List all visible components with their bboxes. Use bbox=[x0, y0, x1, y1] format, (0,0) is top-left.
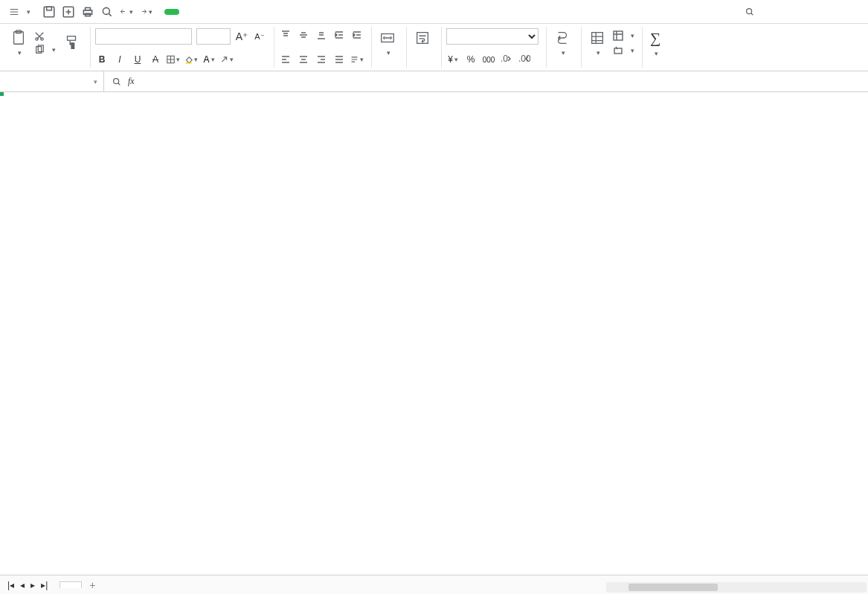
selection-rectangle bbox=[0, 92, 3, 95]
sheet-tab-bar: |◂ ◂ ▸ ▸| + bbox=[0, 575, 868, 594]
bold-icon[interactable]: B bbox=[95, 53, 109, 66]
border-icon[interactable] bbox=[167, 53, 180, 66]
quick-access-toolbar bbox=[42, 5, 152, 19]
merge-cells-button[interactable] bbox=[376, 28, 399, 58]
type-convert-button[interactable] bbox=[551, 28, 573, 58]
tab-developer[interactable] bbox=[279, 9, 294, 15]
search-fx-icon[interactable] bbox=[112, 77, 122, 87]
name-box-input[interactable] bbox=[22, 77, 82, 87]
svg-rect-16 bbox=[186, 62, 192, 64]
tab-review[interactable] bbox=[246, 9, 261, 15]
svg-text:.0: .0 bbox=[501, 54, 508, 64]
add-sheet-button[interactable]: + bbox=[89, 579, 95, 591]
group-clipboard bbox=[4, 27, 91, 68]
filter-button[interactable] bbox=[675, 28, 681, 31]
align-middle-icon[interactable] bbox=[297, 28, 310, 42]
ribbon: A⁺ A⁻ B I U A A bbox=[0, 24, 868, 71]
table-style-button[interactable] bbox=[613, 30, 634, 41]
tab-view[interactable] bbox=[263, 9, 277, 15]
comma-icon[interactable]: 000 bbox=[482, 53, 495, 66]
group-number: ¥ % 000 .0 .00 bbox=[443, 27, 547, 68]
group-styles bbox=[583, 27, 643, 68]
svg-rect-23 bbox=[614, 48, 622, 54]
format-painter-button[interactable] bbox=[60, 33, 83, 54]
print-icon[interactable] bbox=[81, 5, 94, 19]
svg-point-7 bbox=[747, 8, 752, 13]
increase-font-icon[interactable]: A⁺ bbox=[235, 30, 248, 43]
tab-member[interactable] bbox=[295, 9, 310, 15]
wrap-text-button[interactable] bbox=[411, 28, 434, 49]
cut-button[interactable] bbox=[34, 31, 56, 42]
svg-text:.00: .00 bbox=[518, 54, 530, 64]
sheet-next-icon[interactable]: ▸ bbox=[30, 580, 35, 590]
underline-icon[interactable]: U bbox=[131, 53, 144, 66]
font-size-combo[interactable] bbox=[196, 28, 231, 45]
sheet-prev-icon[interactable]: ◂ bbox=[20, 580, 25, 590]
undo-icon[interactable] bbox=[120, 5, 133, 19]
orientation-icon[interactable] bbox=[350, 53, 364, 66]
ribbon-tabs bbox=[164, 9, 310, 15]
formula-input[interactable] bbox=[141, 77, 861, 87]
name-box[interactable] bbox=[0, 71, 104, 91]
fx-icon[interactable]: fx bbox=[128, 76, 135, 87]
currency-icon[interactable]: ¥ bbox=[446, 53, 460, 66]
formula-bar: fx bbox=[0, 71, 868, 92]
svg-rect-14 bbox=[68, 36, 76, 41]
sigma-icon: ∑ bbox=[650, 30, 660, 47]
group-wrap bbox=[408, 27, 442, 68]
command-search[interactable] bbox=[745, 7, 864, 17]
font-name-combo[interactable] bbox=[95, 28, 192, 45]
paste-button[interactable] bbox=[7, 28, 30, 58]
group-alignment bbox=[276, 27, 372, 68]
tab-page-layout[interactable] bbox=[197, 9, 212, 15]
redo-icon[interactable] bbox=[139, 5, 152, 19]
sheet-tab-active[interactable] bbox=[60, 581, 82, 588]
decrease-decimal-icon[interactable]: .00 bbox=[518, 53, 531, 66]
align-top-icon[interactable] bbox=[279, 28, 292, 42]
command-search-input[interactable] bbox=[759, 7, 864, 17]
search-icon bbox=[745, 7, 755, 17]
align-bottom-icon[interactable] bbox=[315, 28, 328, 42]
conditional-format-button[interactable] bbox=[586, 28, 608, 58]
copy-button[interactable] bbox=[34, 45, 56, 55]
decrease-indent-icon[interactable] bbox=[332, 28, 346, 42]
strikethrough-icon[interactable]: A bbox=[149, 53, 162, 66]
number-format-combo[interactable] bbox=[446, 28, 539, 45]
align-left-icon[interactable] bbox=[279, 53, 292, 66]
print-preview-icon[interactable] bbox=[100, 5, 114, 19]
tab-home[interactable] bbox=[164, 9, 179, 15]
justify-icon[interactable] bbox=[332, 53, 346, 66]
svg-point-24 bbox=[114, 78, 119, 83]
menubar bbox=[0, 0, 868, 24]
group-editing: ∑ bbox=[644, 27, 671, 68]
italic-icon[interactable]: I bbox=[113, 53, 126, 66]
align-center-icon[interactable] bbox=[297, 53, 310, 66]
percent-icon[interactable]: % bbox=[464, 53, 478, 66]
font-color-icon[interactable]: A bbox=[202, 53, 216, 66]
svg-rect-0 bbox=[44, 7, 54, 17]
tab-formulas[interactable] bbox=[213, 9, 228, 15]
horizontal-scrollbar[interactable] bbox=[606, 582, 867, 593]
tab-data[interactable] bbox=[230, 9, 245, 15]
svg-rect-21 bbox=[592, 33, 603, 44]
group-type-convert bbox=[548, 27, 582, 68]
increase-indent-icon[interactable] bbox=[350, 28, 364, 42]
spreadsheet-grid[interactable] bbox=[0, 92, 868, 592]
group-filter bbox=[672, 27, 683, 68]
decrease-font-icon[interactable]: A⁻ bbox=[253, 30, 266, 43]
save-as-icon[interactable] bbox=[62, 5, 75, 19]
align-right-icon[interactable] bbox=[315, 53, 328, 66]
file-menu[interactable] bbox=[4, 5, 35, 19]
svg-rect-22 bbox=[614, 31, 623, 40]
increase-decimal-icon[interactable]: .0 bbox=[500, 53, 513, 66]
svg-point-6 bbox=[103, 7, 109, 14]
sheet-last-icon[interactable]: ▸| bbox=[41, 580, 48, 590]
sum-button[interactable]: ∑ bbox=[647, 28, 663, 59]
save-icon[interactable] bbox=[42, 5, 56, 19]
tab-insert[interactable] bbox=[181, 9, 196, 15]
sheet-nav: |◂ ◂ ▸ ▸| bbox=[0, 580, 55, 590]
cell-style-button[interactable] bbox=[613, 45, 634, 56]
clear-format-icon[interactable] bbox=[220, 53, 234, 66]
sheet-first-icon[interactable]: |◂ bbox=[7, 580, 14, 590]
fill-color-icon[interactable] bbox=[184, 53, 198, 66]
